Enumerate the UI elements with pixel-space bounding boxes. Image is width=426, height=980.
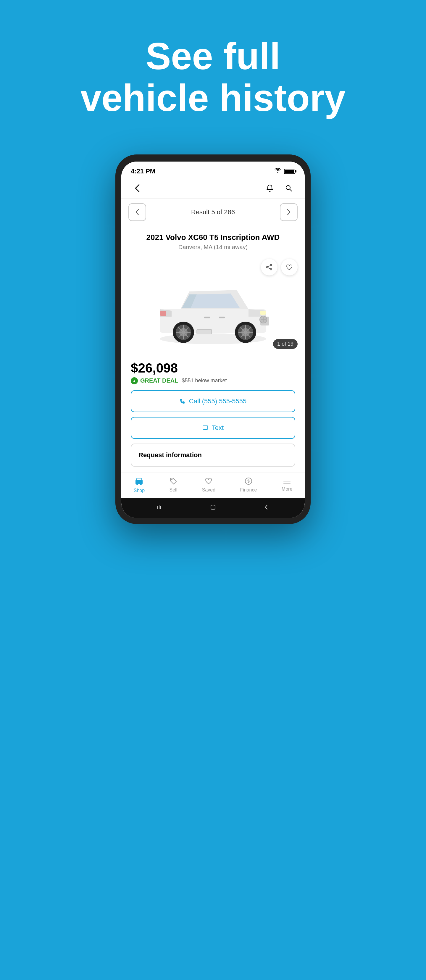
android-home-bar [121, 498, 305, 518]
text-button[interactable]: Text [131, 417, 295, 439]
cta-section: Call (555) 555-5555 Text [121, 390, 305, 439]
status-time: 4:21 PM [131, 167, 155, 175]
nav-item-shop[interactable]: Shop [134, 477, 145, 493]
app-nav-bar [121, 178, 305, 199]
price-section: $26,098 ▲ GREAT DEAL $551 below market [121, 353, 305, 390]
request-info-title: Request information [138, 451, 288, 459]
result-count: Result 5 of 286 [191, 208, 235, 216]
svg-line-5 [268, 267, 270, 269]
sell-icon [170, 477, 177, 486]
phone-wrap: 4:21 PM [115, 154, 311, 524]
finance-icon: $ [245, 477, 252, 486]
favorite-button[interactable] [281, 259, 297, 275]
svg-rect-11 [260, 311, 265, 315]
car-location: Danvers, MA (14 mi away) [131, 244, 295, 251]
bottom-nav: Shop Sell [121, 473, 305, 498]
call-button[interactable]: Call (555) 555-5555 [131, 390, 295, 412]
android-recents-btn[interactable] [156, 504, 163, 512]
nav-item-saved[interactable]: Saved [202, 477, 215, 493]
wifi-icon [275, 168, 281, 174]
nav-item-finance[interactable]: $ Finance [240, 477, 257, 493]
deal-dot: ▲ [131, 377, 138, 384]
hero-section: See full vehicle history [57, 0, 369, 143]
pagination-bar: Result 5 of 286 [121, 199, 305, 226]
svg-rect-31 [197, 329, 211, 334]
svg-point-36 [171, 479, 172, 480]
car-action-buttons [261, 259, 297, 275]
svg-point-2 [270, 268, 272, 270]
saved-icon [205, 477, 212, 486]
battery-icon [284, 169, 295, 174]
svg-point-1 [270, 264, 272, 266]
back-button[interactable] [131, 182, 144, 195]
hero-line1: See full [146, 35, 280, 77]
finance-label: Finance [240, 487, 257, 493]
text-btn-label: Text [212, 424, 224, 432]
svg-rect-10 [161, 311, 166, 316]
svg-point-3 [267, 266, 268, 268]
deal-badge: ▲ GREAT DEAL $551 below market [131, 377, 295, 384]
svg-rect-45 [211, 505, 215, 509]
saved-label: Saved [202, 487, 215, 493]
more-label: More [281, 487, 292, 492]
image-counter: 1 of 19 [273, 339, 297, 349]
bell-icon[interactable] [263, 182, 276, 195]
share-button[interactable] [261, 259, 278, 275]
svg-line-4 [268, 266, 270, 267]
prev-result-button[interactable] [129, 203, 146, 221]
svg-rect-32 [203, 426, 208, 430]
svg-text:$: $ [247, 479, 250, 484]
sell-label: Sell [170, 487, 178, 493]
status-bar: 4:21 PM [121, 162, 305, 178]
android-home-btn[interactable] [210, 504, 216, 512]
nav-item-sell[interactable]: Sell [170, 477, 178, 493]
svg-rect-29 [204, 317, 210, 318]
call-btn-label: Call (555) 555-5555 [189, 398, 246, 405]
car-image-section: 1 of 19 [121, 254, 305, 353]
hero-line2: vehicle history [81, 76, 345, 119]
car-info: 2021 Volvo XC60 T5 Inscription AWD Danve… [121, 226, 305, 254]
phone-inner: 4:21 PM [121, 162, 305, 518]
svg-rect-30 [219, 317, 225, 318]
car-title: 2021 Volvo XC60 T5 Inscription AWD [131, 233, 295, 242]
more-icon [283, 478, 291, 485]
request-info-section[interactable]: Request information [131, 444, 295, 467]
next-result-button[interactable] [280, 203, 297, 221]
android-back-btn[interactable] [263, 504, 270, 512]
deal-label: GREAT DEAL [140, 377, 178, 384]
shop-icon [135, 477, 143, 487]
shop-label: Shop [134, 488, 145, 493]
phone-frame: 4:21 PM [115, 154, 311, 524]
car-price: $26,098 [131, 361, 295, 375]
svg-rect-33 [135, 480, 143, 484]
status-icons [275, 168, 295, 174]
nav-right-icons [263, 182, 295, 195]
search-icon[interactable] [282, 182, 295, 195]
nav-item-more[interactable]: More [281, 478, 292, 492]
deal-sub: $551 below market [182, 377, 227, 384]
